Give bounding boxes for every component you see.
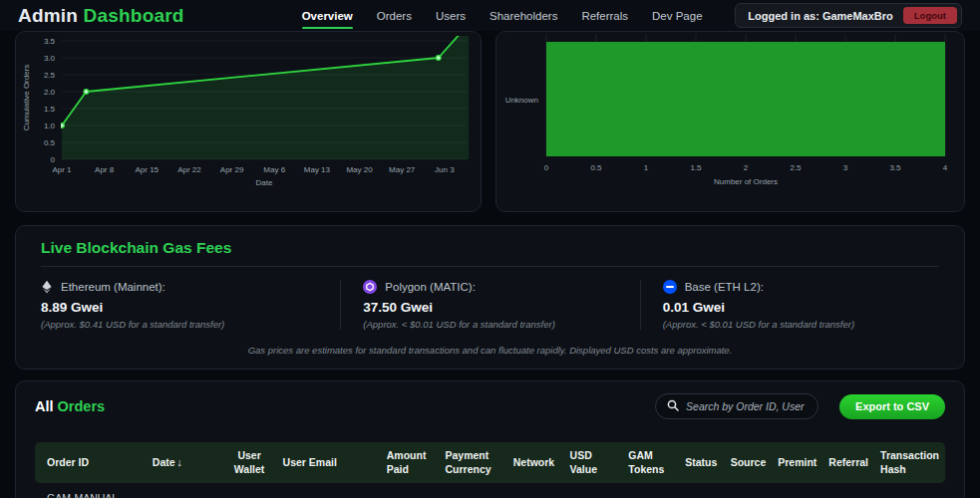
- cumulative-orders-chart: 00.51.01.52.02.53.03.5Apr 1Apr 8Apr 15Ap…: [15, 31, 482, 212]
- gas-fees-panel: Live Blockchain Gas Fees Ethereum (Mainn…: [15, 225, 965, 370]
- svg-text:Jun 3: Jun 3: [435, 165, 455, 174]
- column-header-premint[interactable]: Premint: [772, 451, 822, 474]
- all-orders-panel: All Orders Export to CSV Order IDDate↓Us…: [15, 380, 965, 498]
- column-header-referral[interactable]: Referral: [822, 451, 874, 474]
- svg-text:Apr 1: Apr 1: [52, 165, 72, 174]
- column-header-gam-tokens[interactable]: GAM Tokens: [622, 444, 679, 480]
- column-header-source[interactable]: Source: [725, 451, 773, 474]
- svg-text:Apr 8: Apr 8: [95, 165, 115, 174]
- main-nav: OverviewOrdersUsersShareholdersReferrals…: [302, 10, 703, 22]
- app-title: Admin Dashboard: [18, 5, 184, 27]
- orders-search[interactable]: [655, 393, 818, 419]
- svg-text:2.5: 2.5: [790, 163, 802, 172]
- nav-overview[interactable]: Overview: [302, 10, 353, 22]
- svg-text:Apr 29: Apr 29: [220, 165, 244, 174]
- svg-text:Apr 22: Apr 22: [177, 165, 201, 174]
- svg-text:1.0: 1.0: [44, 122, 56, 130]
- ethereum-icon: [41, 280, 53, 294]
- admin-dashboard-page: Admin Dashboard OverviewOrdersUsersShare…: [0, 0, 980, 498]
- svg-text:Unknown: Unknown: [505, 96, 538, 105]
- column-header-order-id[interactable]: Order ID: [35, 451, 147, 474]
- gas-fee-note: (Approx. < $0.01 USD for a standard tran…: [663, 319, 927, 330]
- column-header-status[interactable]: Status: [679, 451, 724, 474]
- app-title-admin: Admin: [18, 5, 84, 26]
- svg-text:3.0: 3.0: [44, 54, 56, 63]
- gas-fee-item: Polygon (MATIC):37.50 Gwei(Approx. < $0.…: [340, 280, 639, 330]
- orders-title: All Orders: [35, 398, 105, 414]
- app-title-dashboard: Dashboard: [84, 5, 184, 26]
- svg-text:May 27: May 27: [389, 165, 416, 174]
- charts-row: 00.51.01.52.02.53.03.5Apr 1Apr 8Apr 15Ap…: [15, 31, 965, 212]
- svg-text:1.5: 1.5: [44, 105, 56, 114]
- svg-text:May 13: May 13: [304, 165, 331, 174]
- orders-search-input[interactable]: [686, 400, 807, 412]
- svg-text:May 6: May 6: [263, 165, 285, 174]
- svg-text:0.5: 0.5: [590, 163, 602, 172]
- svg-text:Date: Date: [256, 178, 273, 187]
- svg-text:3.5: 3.5: [889, 163, 901, 172]
- gas-fee-item: Base (ETH L2):0.01 Gwei(Approx. < $0.01 …: [640, 280, 939, 330]
- gas-fee-value: 0.01 Gwei: [663, 300, 927, 315]
- svg-text:Number of Orders: Number of Orders: [714, 177, 778, 186]
- svg-text:0: 0: [51, 155, 56, 164]
- svg-text:3.5: 3.5: [44, 37, 56, 46]
- orders-table-header: Order IDDate↓User WalletUser EmailAmount…: [35, 442, 945, 483]
- logout-button[interactable]: Logout: [903, 7, 957, 24]
- gas-fee-note: (Approx. $0.41 USD for a standard transf…: [41, 319, 328, 330]
- svg-text:2.5: 2.5: [44, 71, 56, 80]
- polygon-icon: [363, 280, 377, 294]
- column-header-usd-value[interactable]: USD Value: [564, 444, 623, 480]
- nav-shareholders[interactable]: Shareholders: [490, 10, 557, 22]
- divider: [41, 266, 939, 267]
- gas-network-label: Ethereum (Mainnet):: [41, 280, 328, 294]
- column-header-user-wallet[interactable]: User Wallet: [222, 444, 277, 480]
- orders-count-bar-chart: 00.511.522.533.54UnknownNumber of Orders: [495, 31, 965, 212]
- column-header-transaction-hash[interactable]: Transaction Hash: [874, 444, 945, 480]
- svg-text:Cumulative Orders: Cumulative Orders: [22, 65, 31, 131]
- column-header-user-email[interactable]: User Email: [277, 451, 381, 474]
- logged-in-text: Logged in as: GameMaxBro: [748, 10, 892, 22]
- base-icon: [663, 280, 677, 294]
- column-header-network[interactable]: Network: [507, 451, 564, 474]
- svg-text:1: 1: [644, 163, 649, 172]
- gas-fees-title: Live Blockchain Gas Fees: [41, 239, 939, 257]
- gas-fees-disclaimer: Gas prices are estimates for standard tr…: [41, 345, 939, 356]
- gas-fee-value: 8.89 Gwei: [41, 300, 328, 315]
- table-row: GAM-MANUAL-: [35, 492, 945, 498]
- column-header-payment-currency[interactable]: Payment Currency: [440, 444, 507, 480]
- orders-toolbar: All Orders Export to CSV: [35, 393, 945, 419]
- svg-text:0: 0: [544, 163, 549, 172]
- nav-orders[interactable]: Orders: [377, 10, 412, 22]
- nav-dev-page[interactable]: Dev Page: [652, 10, 703, 22]
- svg-text:May 20: May 20: [346, 165, 373, 174]
- gas-network-label: Base (ETH L2):: [663, 280, 927, 294]
- svg-text:4: 4: [943, 163, 948, 172]
- column-header-date[interactable]: Date↓: [147, 451, 222, 474]
- svg-text:2.0: 2.0: [44, 88, 56, 97]
- gas-fee-item: Ethereum (Mainnet):8.89 Gwei(Approx. $0.…: [41, 280, 340, 330]
- svg-text:2: 2: [744, 163, 749, 172]
- export-csv-button[interactable]: Export to CSV: [839, 394, 945, 419]
- top-navbar: Admin Dashboard OverviewOrdersUsersShare…: [0, 0, 980, 31]
- logged-in-box: Logged in as: GameMaxBro Logout: [735, 3, 962, 28]
- gas-network-label: Polygon (MATIC):: [363, 280, 627, 294]
- svg-text:Apr 15: Apr 15: [136, 165, 160, 174]
- gas-fee-columns: Ethereum (Mainnet):8.89 Gwei(Approx. $0.…: [41, 280, 939, 330]
- svg-text:1.5: 1.5: [690, 163, 702, 172]
- column-header-amount-paid[interactable]: Amount Paid: [381, 444, 440, 480]
- svg-text:0.5: 0.5: [44, 138, 56, 147]
- svg-text:3: 3: [843, 163, 848, 172]
- nav-users[interactable]: Users: [436, 10, 466, 22]
- nav-referrals[interactable]: Referrals: [581, 10, 628, 22]
- search-icon: [667, 397, 679, 415]
- sort-desc-icon: ↓: [177, 456, 182, 468]
- gas-fee-value: 37.50 Gwei: [363, 300, 627, 315]
- gas-fee-note: (Approx. < $0.01 USD for a standard tran…: [363, 319, 627, 330]
